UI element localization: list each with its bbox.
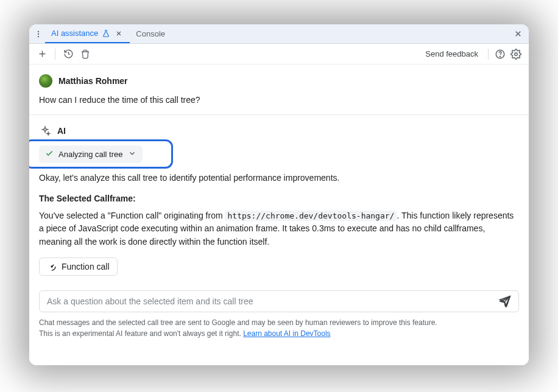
send-feedback-link[interactable]: Send feedback — [425, 49, 478, 58]
status-text: Analyzing call tree — [58, 150, 123, 159]
settings-button[interactable] — [508, 46, 524, 62]
svg-point-0 — [38, 30, 39, 32]
ai-subheading: The Selected Callframe: — [39, 194, 519, 203]
ai-body-pre: You've selected a "Function call" origin… — [39, 211, 225, 220]
tab-label: Console — [136, 29, 165, 38]
ai-body-text: You've selected a "Function call" origin… — [39, 209, 519, 249]
new-chat-button[interactable] — [34, 46, 50, 62]
chevron-down-icon — [128, 149, 136, 159]
user-message: How can I reduce the time of this call t… — [29, 93, 529, 115]
ai-section: AI Analyzing call tree Okay, let's analy… — [29, 115, 529, 285]
tab-bar: AI assistance Console — [29, 24, 529, 44]
delete-button[interactable] — [77, 46, 93, 62]
svg-point-1 — [38, 33, 39, 34]
send-button[interactable] — [496, 293, 514, 310]
user-header: Matthias Rohmer — [29, 65, 529, 93]
kebab-icon — [34, 30, 43, 38]
learn-more-link[interactable]: Learn about AI in DevTools — [243, 329, 330, 338]
tab-console[interactable]: Console — [130, 24, 171, 43]
gear-icon — [510, 49, 521, 60]
svg-point-6 — [51, 266, 52, 267]
disclaimer-line1: Chat messages and the selected call tree… — [39, 318, 437, 327]
toolbar-separator — [488, 49, 489, 60]
help-icon — [495, 49, 506, 60]
close-icon — [115, 30, 122, 37]
ai-body-code: https://chrome.dev/devtools-hangar/ — [225, 211, 397, 221]
send-icon — [499, 295, 511, 307]
user-name: Matthias Rohmer — [58, 76, 128, 86]
toolbar-left — [34, 46, 93, 62]
toolbar-separator — [55, 49, 55, 60]
tab-ai-assistance[interactable]: AI assistance — [45, 24, 130, 43]
flask-icon — [102, 29, 110, 38]
tab-label: AI assistance — [51, 29, 98, 38]
disclaimer-line2-pre: This is an experimental AI feature and w… — [39, 329, 243, 338]
sparkle-icon — [39, 125, 51, 137]
svg-point-4 — [500, 56, 500, 57]
ai-header: AI — [39, 125, 519, 137]
more-tabs-button[interactable] — [32, 24, 45, 43]
chat-content: Matthias Rohmer How can I reduce the tim… — [29, 65, 529, 365]
disclaimer: Chat messages and the selected call tree… — [29, 312, 529, 346]
avatar — [39, 74, 52, 88]
close-panel-button[interactable] — [509, 24, 526, 43]
tab-bar-left: AI assistance Console — [32, 24, 509, 43]
ai-label: AI — [57, 126, 66, 136]
close-icon — [514, 29, 523, 38]
toolbar: Send feedback — [29, 44, 529, 65]
plus-icon — [37, 49, 48, 59]
tab-close-button[interactable] — [114, 29, 124, 38]
ai-intro-text: Okay, let's analyze this call tree to id… — [39, 172, 519, 185]
context-chip[interactable]: Function call — [39, 257, 118, 276]
analyzing-status-chip[interactable]: Analyzing call tree — [39, 145, 143, 163]
performance-icon — [47, 262, 57, 271]
svg-point-5 — [515, 52, 518, 55]
checkmark-icon — [45, 149, 54, 159]
prompt-input[interactable] — [47, 296, 496, 306]
history-button[interactable] — [60, 46, 76, 62]
devtools-panel: AI assistance Console — [29, 24, 529, 365]
status-highlight-wrap: Analyzing call tree — [29, 145, 519, 163]
help-button[interactable] — [492, 46, 508, 62]
input-row — [29, 285, 529, 312]
history-icon — [63, 49, 74, 59]
svg-point-2 — [38, 35, 39, 37]
trash-icon — [80, 49, 90, 59]
context-chip-label: Function call — [62, 262, 110, 271]
prompt-input-box — [39, 290, 519, 312]
